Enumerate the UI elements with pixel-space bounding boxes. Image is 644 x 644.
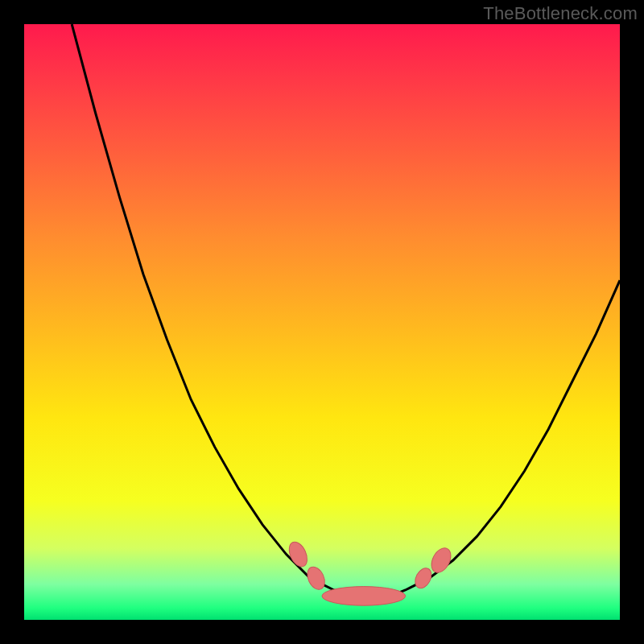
marker-right-lower (412, 565, 435, 591)
watermark-text: TheBottleneck.com (483, 3, 638, 24)
marker-right-upper (427, 545, 455, 576)
marker-left-upper (286, 539, 311, 570)
plot-area (24, 24, 620, 620)
marker-group (286, 539, 455, 605)
bottleneck-curve (72, 24, 620, 596)
chart-frame: TheBottleneck.com (0, 0, 644, 644)
marker-left-lower (304, 564, 328, 592)
marker-valley-blob (322, 587, 406, 606)
chart-svg (24, 24, 620, 620)
